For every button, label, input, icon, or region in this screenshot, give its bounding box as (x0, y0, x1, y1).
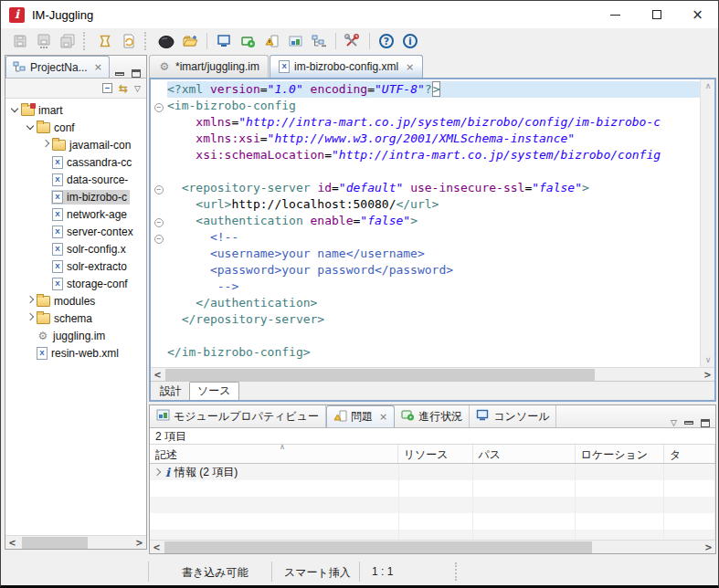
tree-item[interactable]: ⚙juggling.im (5, 327, 146, 344)
close-icon[interactable]: × (406, 61, 414, 73)
view-tab-active[interactable]: 問題× (326, 405, 395, 427)
scroll-left-icon[interactable]: < (150, 541, 164, 554)
ball-icon[interactable] (155, 31, 177, 51)
fold-collapse-icon[interactable]: − (151, 98, 167, 114)
view-menu-icon[interactable]: ▽ (134, 84, 141, 93)
code-line[interactable] (151, 328, 700, 344)
tree-item[interactable]: Xnetwork-age (5, 205, 146, 223)
hierarchy-icon[interactable] (308, 31, 330, 51)
fold-collapse-icon[interactable]: − (151, 213, 167, 229)
code-line[interactable]: − <authentication enable="false"> (151, 213, 700, 229)
tab-project-navigator[interactable]: ProjectNa... × (5, 56, 110, 78)
hscroll-thumb[interactable] (22, 537, 88, 549)
tree-item[interactable]: modules (5, 292, 146, 310)
column-header-4[interactable]: タ (664, 445, 715, 463)
project-tree-hscrollbar[interactable]: < > (5, 535, 146, 549)
close-icon[interactable]: × (94, 61, 102, 73)
tree-item[interactable]: conf (5, 119, 146, 136)
minimize-button[interactable] (595, 1, 636, 28)
tree-item[interactable]: Xserver-contex (5, 223, 146, 240)
code-line[interactable]: − <repository-server id="default" use-in… (151, 180, 700, 196)
scroll-right-icon[interactable]: > (132, 536, 146, 550)
close-button[interactable]: × (677, 1, 718, 28)
view-menu-icon[interactable]: ▽ (671, 418, 677, 427)
problems-hscrollbar[interactable]: < > (150, 540, 715, 553)
code-line[interactable]: <url>http://localhost:50080/</url> (151, 196, 700, 213)
tree-item[interactable]: javamail-con (5, 136, 146, 153)
info-icon[interactable]: i (399, 31, 421, 51)
module-property-view-icon[interactable] (284, 31, 306, 51)
view-tab-inactive[interactable]: モジュールプロパティビュー (150, 405, 326, 427)
expander-icon[interactable] (153, 468, 161, 476)
scroll-right-icon[interactable]: > (701, 368, 714, 382)
link-with-editor-icon[interactable]: ⇆ (119, 82, 128, 95)
table-row[interactable] (150, 497, 715, 513)
tree-item[interactable]: Xsolr-config.x (5, 240, 146, 257)
save-all-icon[interactable] (57, 31, 79, 51)
code-line[interactable]: xmlns="http://intra-mart.co.jp/system/bi… (151, 114, 700, 131)
table-row[interactable] (150, 530, 715, 540)
code-line[interactable]: </authentication> (151, 295, 700, 311)
editor-vscrollbar[interactable]: ∧ ∨ (700, 79, 714, 367)
tree-item[interactable]: Xstorage-conf (5, 275, 146, 292)
code-line[interactable]: xmlns:xsi="http://www.w3.org/2001/XMLSch… (151, 131, 700, 147)
editor-tab-inactive[interactable]: ⚙*imart/juggling.im (149, 55, 269, 78)
maximize-view-icon[interactable] (701, 419, 710, 427)
column-header-2[interactable]: パス (473, 445, 576, 463)
tree-item[interactable]: Xcassandra-cc (5, 153, 146, 171)
scroll-down-icon[interactable]: ∨ (701, 353, 714, 367)
code-area[interactable]: <?xml version="1.0" encoding="UTF-8"?>−<… (151, 79, 714, 367)
problems-view-icon[interactable] (260, 31, 282, 51)
console-icon[interactable] (213, 31, 235, 51)
tree-item[interactable]: Xsolr-extracto (5, 257, 146, 275)
hscroll-thumb[interactable] (164, 541, 592, 553)
editor-hscrollbar[interactable]: < > (151, 367, 714, 381)
code-line[interactable]: --> (151, 278, 700, 295)
page-tab-ソース[interactable]: ソース (189, 382, 239, 400)
fold-collapse-icon[interactable]: − (151, 180, 167, 196)
minimize-view-icon[interactable] (684, 421, 693, 425)
page-tab-設計[interactable]: 設計 (153, 382, 189, 400)
progress-view-icon[interactable] (237, 31, 259, 51)
code-line[interactable]: </im-bizrobo-config> (151, 344, 700, 361)
code-line[interactable] (151, 163, 700, 180)
close-icon[interactable]: × (379, 411, 387, 423)
tree-item[interactable]: Xim-bizrobo-c (5, 188, 146, 205)
scroll-left-icon[interactable]: < (5, 536, 19, 550)
code-line[interactable]: − <!-- (151, 229, 700, 246)
maximize-view-icon[interactable] (132, 69, 141, 78)
column-header-1[interactable]: リソース (398, 445, 473, 463)
tree-item[interactable]: schema (5, 310, 146, 327)
fold-collapse-icon[interactable]: − (151, 229, 167, 246)
scroll-up-icon[interactable]: ∧ (701, 79, 714, 93)
column-header-3[interactable]: ロケーション (576, 445, 664, 463)
minimize-view-icon[interactable] (115, 72, 124, 76)
code-line[interactable]: <password>your password</password> (151, 262, 700, 278)
column-header-0[interactable]: 記述 (150, 445, 398, 463)
table-row[interactable]: i情報 (2 項目) (150, 464, 715, 480)
tree-item[interactable]: imart (5, 101, 146, 119)
help-icon[interactable]: ? (375, 31, 397, 51)
tools-icon[interactable] (342, 31, 364, 51)
table-row[interactable] (150, 513, 715, 530)
code-line[interactable]: <username>your name</username> (151, 246, 700, 262)
table-row[interactable] (150, 480, 715, 497)
code-line[interactable]: −<im-bizrobo-config (151, 98, 700, 114)
view-tab-inactive[interactable]: コンソール (470, 405, 556, 427)
tree-item[interactable]: Xresin-web.xml (5, 344, 146, 362)
file-refresh-icon[interactable] (118, 31, 140, 51)
scroll-right-icon[interactable]: > (702, 541, 715, 554)
code-line[interactable]: <?xml version="1.0" encoding="UTF-8"?> (151, 81, 700, 98)
code-line[interactable]: </repository-server> (151, 311, 700, 328)
view-tab-inactive[interactable]: 進行状況 (395, 405, 470, 427)
tree-item[interactable]: Xdata-source- (5, 171, 146, 188)
editor-tab-active[interactable]: Xim-bizrobo-config.xml× (270, 55, 423, 78)
maximize-button[interactable] (636, 1, 677, 28)
hscroll-thumb[interactable] (165, 369, 595, 381)
scroll-left-icon[interactable]: < (151, 368, 164, 382)
spool-icon[interactable] (94, 31, 116, 51)
save-icon[interactable] (9, 31, 31, 51)
collapse-all-icon[interactable]: − (102, 83, 112, 93)
save-as-icon[interactable] (33, 31, 55, 51)
open-folder-new-icon[interactable] (179, 31, 201, 51)
